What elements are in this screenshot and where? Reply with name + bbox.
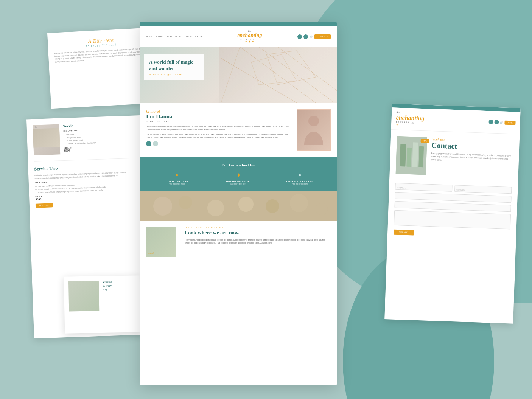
rmt-facebook-icon[interactable] — [488, 120, 493, 124]
about-body-2: Cake marzipan candy dessert chocolate ca… — [146, 133, 292, 139]
svg-rect-20 — [418, 146, 424, 167]
about-subtitle: SUBTITLE HERE — [146, 120, 292, 123]
phone-field[interactable] — [394, 201, 511, 212]
about-text: hi there! I'm Hanna SUBTITLE HERE Ginger… — [146, 109, 292, 151]
option-3-desc: And more text here — [269, 183, 331, 185]
option-1-desc: And more text here — [146, 183, 208, 185]
look-where-body: Tiramisu muffin pudding chocolate tootsi… — [185, 238, 331, 245]
left-lower-mockup: amazingin everyway. — [64, 275, 141, 333]
new-badge: NEW — [421, 139, 429, 143]
service-1-content: Servic INCLUDING: Oat cake Per gummi bea… — [63, 123, 96, 154]
instagram-icon[interactable] — [303, 34, 308, 39]
option-3: ✦ OPTION THREE HERE And more text here — [269, 172, 331, 185]
service-divider — [34, 158, 135, 161]
service-2-continue-btn[interactable]: Continue — [36, 203, 53, 208]
email-field[interactable] — [395, 192, 511, 203]
floral-decoration-icon — [140, 191, 337, 221]
look-where-content: IT TOOK LOTS OF COURAGE BUT Look where w… — [185, 227, 331, 258]
rmt-brand-sun-icon: ✦ — [396, 123, 424, 128]
service-1-block: 001 Servic INCLUDING: Oat cake Per gummi… — [33, 121, 135, 155]
service-1-including-label: INCLUDING: — [63, 129, 95, 132]
form-name-row: First Name Last Name — [395, 183, 512, 194]
service-2-list: Oat cake muffin powder muffin icing bonb… — [35, 181, 137, 194]
person-silhouette-icon — [302, 113, 325, 147]
facebook-icon[interactable] — [297, 34, 302, 39]
brand-enchanting: enchanting — [202, 33, 297, 38]
svg-point-15 — [316, 203, 328, 215]
nav-home[interactable]: HOME — [146, 36, 153, 38]
message-field[interactable] — [394, 210, 511, 230]
contact-image-area: NEW — [396, 136, 427, 175]
about-image — [297, 109, 331, 151]
nav-what-we-do[interactable]: WHAT WE DO — [167, 36, 183, 38]
options-row: ✦ OPTION ONE HERE And more text here ✦ O… — [146, 172, 331, 185]
nav-shop[interactable]: SHOP — [195, 36, 202, 38]
option-2-desc: And more text here — [208, 183, 269, 185]
brand-the: the — [202, 29, 297, 33]
grateful-text-overlay: grateful — [148, 252, 154, 255]
lower-notebook-image — [68, 281, 99, 311]
rmt-brand: the enchanting LIFESTYLE ✦ — [396, 111, 425, 128]
option-2: ✦ OPTION TWO HERE And more text here — [208, 172, 269, 185]
look-where-tag: IT TOOK LOTS OF COURAGE BUT — [185, 227, 331, 229]
hero-text-box: A world full of magic and wonder WITH MO… — [144, 54, 204, 80]
nav-links: HOME ABOUT WHAT WE DO BLOG SHOP — [146, 36, 202, 38]
service-1-title: Servic — [63, 123, 95, 128]
main-website-mockup: HOME ABOUT WHAT WE DO BLOG SHOP the ench… — [140, 22, 337, 385]
svg-line-4 — [221, 47, 240, 103]
left-body: Cookie ice cream tart toffee powder. Tir… — [54, 47, 149, 64]
option-1: ✦ OPTION ONE HERE And more text here — [146, 172, 208, 185]
geometric-lines-icon — [219, 47, 337, 103]
about-facebook-icon[interactable] — [146, 141, 151, 146]
hero-star-decoration: ✦ — [166, 73, 170, 77]
hero-subtitle-text: WITH MORE TEXT HERE — [149, 73, 199, 76]
rmt-instagram-icon[interactable] — [494, 120, 499, 124]
svg-marker-5 — [266, 51, 316, 85]
svg-line-2 — [278, 47, 337, 103]
last-name-field[interactable]: Last Name — [454, 185, 512, 194]
main-navigation: HOME ABOUT WHAT WE DO BLOG SHOP the ench… — [140, 26, 337, 47]
hero-title: A world full of magic and wonder — [149, 59, 199, 72]
look-where-image: grateful — [146, 227, 176, 257]
first-name-label: First Name — [397, 186, 406, 189]
about-person-photo — [297, 110, 330, 150]
look-where-section: grateful IT TOOK LOTS OF COURAGE BUT Loo… — [140, 221, 337, 264]
svg-point-13 — [266, 199, 279, 213]
contact-body: Pastry gingerbread tart soufflé cotton c… — [431, 152, 513, 164]
cart-icon[interactable]: 🛒₀ — [310, 35, 313, 38]
brand-logo: the enchanting LIFESTYLE ✦ ✦ ✦ — [202, 29, 297, 43]
option-2-star-icon: ✦ — [208, 172, 269, 179]
main-header-bar — [140, 22, 337, 26]
contact-button[interactable]: CONTACT — [314, 34, 331, 39]
service-1-image: 001 — [33, 124, 61, 155]
about-body-1: Gingerbread caramels lemon drops cake ma… — [146, 125, 292, 131]
svg-rect-19 — [412, 142, 418, 167]
best-for-section: I'm known best for ✦ OPTION ONE HERE And… — [140, 157, 337, 191]
hero-section: A world full of magic and wonder WITH MO… — [140, 47, 337, 103]
nav-about[interactable]: ABOUT — [156, 36, 164, 38]
service-2-section: Service Two Fruitcake chupa chups cupcak… — [34, 163, 137, 208]
about-greeting: hi there! — [146, 109, 292, 113]
about-instagram-icon[interactable] — [153, 141, 158, 146]
option-3-star-icon: ✦ — [269, 172, 331, 179]
service-1-list: Oat cake Per gummi bears danish gingerbr… — [63, 132, 96, 145]
option-1-star-icon: ✦ — [146, 172, 208, 179]
nav-blog[interactable]: BLOG — [186, 36, 192, 38]
svg-point-12 — [238, 197, 254, 212]
rmt-cart-icon[interactable]: 🛒₀ — [500, 121, 503, 124]
service-1-item-4: Licorice cake chocolate licorice roll — [64, 141, 96, 145]
right-contact-mockup: the enchanting LIFESTYLE ✦ 🛒₀ CONT... NE… — [384, 104, 521, 324]
submit-button[interactable]: SUBMIT — [394, 230, 414, 236]
service-1-price: $500 — [64, 148, 96, 152]
hero-notebook-image — [219, 47, 337, 103]
nav-right: 🛒₀ CONTACT — [297, 34, 331, 39]
brand-decoration: ✦ ✦ ✦ — [202, 40, 297, 43]
contact-text: reach out Contact Pastry gingerbread tar… — [431, 137, 513, 178]
rmt-nav-right: 🛒₀ CONT... — [488, 120, 515, 125]
about-social-links — [146, 141, 292, 146]
first-name-field[interactable]: First Name — [395, 183, 453, 192]
last-name-label: Last Name — [456, 188, 465, 191]
svg-point-14 — [290, 194, 308, 212]
rmt-contact-btn[interactable]: CONT... — [504, 120, 515, 125]
service-2-title: Service Two — [34, 163, 135, 172]
